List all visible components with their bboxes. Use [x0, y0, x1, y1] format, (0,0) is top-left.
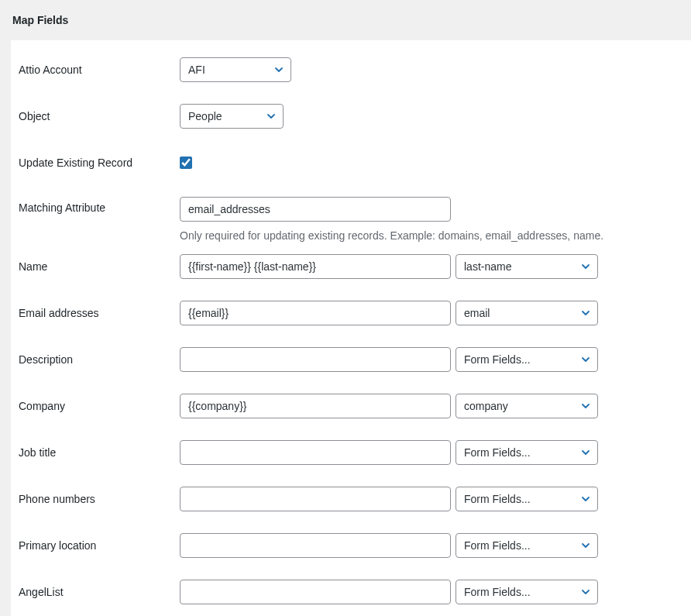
row-email-addresses: Email addresses email — [17, 290, 685, 336]
update-existing-checkbox[interactable] — [180, 157, 192, 169]
primary-location-label: Primary location — [17, 539, 180, 552]
object-select[interactable]: People — [180, 104, 284, 129]
name-select[interactable]: last-name — [456, 254, 598, 279]
section-title: Map Fields — [12, 14, 68, 26]
angellist-select[interactable]: Form Fields... — [456, 580, 598, 604]
row-update-existing: Update Existing Record — [17, 139, 685, 186]
job-title-label: Job title — [17, 446, 180, 459]
row-description: Description Form Fields... — [17, 336, 685, 383]
row-name: Name last-name — [17, 243, 685, 290]
phone-numbers-input[interactable] — [180, 487, 451, 511]
name-label: Name — [17, 260, 180, 273]
matching-attribute-label: Matching Attribute — [17, 197, 180, 214]
row-matching-attribute: Matching Attribute Only required for upd… — [17, 186, 685, 243]
primary-location-select[interactable]: Form Fields... — [456, 533, 598, 558]
description-label: Description — [17, 353, 180, 366]
company-label: Company — [17, 400, 180, 412]
description-select-wrap: Form Fields... — [456, 347, 598, 372]
row-angellist: AngelList Form Fields... — [17, 569, 685, 615]
job-title-select-wrap: Form Fields... — [456, 440, 598, 465]
description-input[interactable] — [180, 347, 451, 372]
angellist-select-wrap: Form Fields... — [456, 580, 598, 604]
attio-account-label: Attio Account — [17, 64, 180, 76]
matching-attribute-helper: Only required for updating existing reco… — [180, 229, 603, 242]
attio-account-select-wrap: AFI — [180, 57, 291, 82]
map-fields-panel: Attio Account AFI Object People — [11, 40, 691, 616]
email-addresses-select-wrap: email — [456, 301, 598, 325]
name-select-wrap: last-name — [456, 254, 598, 279]
object-label: Object — [17, 110, 180, 122]
email-addresses-input[interactable] — [180, 301, 451, 325]
attio-account-select[interactable]: AFI — [180, 57, 291, 82]
angellist-input[interactable] — [180, 580, 451, 604]
company-input[interactable] — [180, 394, 451, 418]
phone-numbers-label: Phone numbers — [17, 493, 180, 505]
section-header: Map Fields — [0, 0, 691, 40]
phone-numbers-select[interactable]: Form Fields... — [456, 487, 598, 511]
object-select-wrap: People — [180, 104, 284, 129]
job-title-select[interactable]: Form Fields... — [456, 440, 598, 465]
description-select[interactable]: Form Fields... — [456, 347, 598, 372]
company-select-wrap: company — [456, 394, 598, 418]
job-title-input[interactable] — [180, 440, 451, 465]
primary-location-select-wrap: Form Fields... — [456, 533, 598, 558]
email-addresses-label: Email addresses — [17, 307, 180, 319]
matching-attribute-input[interactable] — [180, 197, 451, 222]
primary-location-input[interactable] — [180, 533, 451, 558]
row-object: Object People — [17, 93, 685, 139]
row-phone-numbers: Phone numbers Form Fields... — [17, 476, 685, 522]
update-existing-label: Update Existing Record — [17, 157, 180, 169]
row-job-title: Job title Form Fields... — [17, 429, 685, 476]
row-attio-account: Attio Account AFI — [17, 46, 685, 93]
row-primary-location: Primary location Form Fields... — [17, 522, 685, 569]
email-addresses-select[interactable]: email — [456, 301, 598, 325]
angellist-label: AngelList — [17, 586, 180, 598]
phone-numbers-select-wrap: Form Fields... — [456, 487, 598, 511]
name-input[interactable] — [180, 254, 451, 279]
company-select[interactable]: company — [456, 394, 598, 418]
row-company: Company company — [17, 383, 685, 429]
